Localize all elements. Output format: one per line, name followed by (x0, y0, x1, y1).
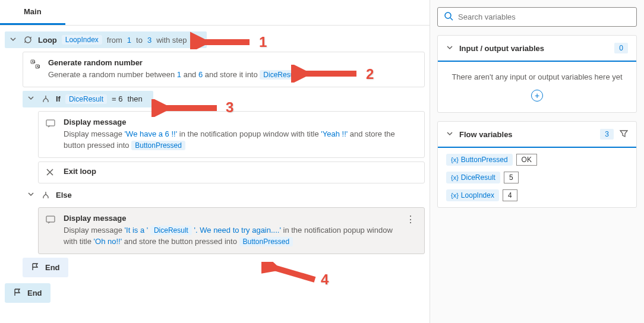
flow-variables-panel: Flow variables 3 {x}ButtonPressed OK {x}… (437, 121, 637, 208)
filter-icon[interactable] (620, 129, 628, 140)
flow-count: 3 (600, 129, 614, 140)
message-icon (46, 119, 56, 130)
flow-var-value: 5 (504, 172, 519, 183)
svg-text:A2: A2 (37, 65, 40, 68)
loop-text-from: from (107, 36, 122, 45)
loop-text-step: with step (156, 36, 187, 45)
flow-var-row: {x}DiceResult 5 (446, 172, 628, 183)
msg2-var2: ButtonPressed (239, 237, 293, 246)
message-icon (46, 215, 56, 226)
msg2-d1: Display message (64, 226, 125, 235)
search-variables[interactable] (437, 7, 637, 27)
chevron-down-icon (27, 94, 36, 103)
loop-label: Loop (38, 36, 57, 45)
msg1-q1: 'We have a 6 !!' (125, 129, 178, 138)
annotation-num-1: 1 (259, 34, 267, 50)
loop-icon (23, 35, 33, 45)
branch-icon (40, 191, 51, 200)
msg1-var: ButtonPressed (131, 141, 185, 150)
io-variables-panel: Input / output variables 0 There aren't … (437, 35, 637, 113)
step-else[interactable]: Else (23, 187, 77, 204)
flow-panel-header[interactable]: Flow variables 3 (438, 122, 636, 148)
msg1-d2: in the notification popup window with ti… (177, 129, 321, 138)
if-then: then (127, 94, 142, 103)
gen-desc-2: and (181, 70, 198, 79)
flow-var-row: {x}LoopIndex 4 (446, 189, 628, 201)
end-loop-label: End (27, 289, 42, 297)
msg2-title: Display message (64, 214, 396, 223)
msg2-q2: '. We need to try again....' (194, 226, 281, 235)
gen-min: 1 (177, 70, 181, 79)
add-io-variable[interactable]: + (531, 90, 543, 102)
step-loop[interactable]: Loop LoopIndex from 1 to 3 with step 1 (5, 31, 207, 48)
msg1-d1: Display message (64, 129, 125, 138)
flow-var-chip[interactable]: {x}LoopIndex (446, 189, 499, 201)
end-if-label: End (45, 263, 60, 272)
flow-var-value: OK (516, 154, 537, 166)
io-title: Input / output variables (459, 44, 608, 53)
if-var: DiceResult (65, 94, 107, 104)
msg1-title: Display message (64, 118, 417, 126)
flag-icon (31, 262, 40, 273)
branch-icon (40, 94, 51, 104)
chevron-down-icon (446, 44, 453, 53)
if-label: If (56, 94, 61, 103)
loop-text-to: to (136, 36, 143, 45)
flag-icon (13, 288, 23, 298)
chevron-down-icon (446, 130, 453, 139)
search-input[interactable] (458, 12, 630, 21)
end-loop[interactable]: End (5, 283, 50, 303)
exit-title: Exit loop (64, 167, 96, 176)
annotation-num-3: 3 (226, 99, 233, 116)
flow-var-row: {x}ButtonPressed OK (446, 154, 628, 166)
gen-title: Generate random number (48, 58, 417, 67)
end-if[interactable]: End (23, 258, 68, 277)
chevron-down-icon (27, 191, 36, 200)
svg-line-11 (450, 18, 453, 20)
svg-rect-4 (46, 120, 55, 126)
msg2-q3: 'Oh no!!' (94, 237, 122, 246)
msg2-q1: 'It is a ' (125, 226, 149, 235)
msg2-var1: DiceResult (150, 226, 192, 235)
exit-icon (46, 168, 56, 178)
svg-text:A1: A1 (32, 60, 36, 64)
if-operator: = 6 (112, 94, 122, 103)
flow-var-chip[interactable]: {x}ButtonPressed (446, 154, 513, 166)
gen-desc-1: Generate a random number between (48, 70, 177, 79)
step-display-msg-2[interactable]: Display message Display message 'It is a… (38, 207, 425, 254)
msg1-q2: 'Yeah !!' (321, 129, 348, 138)
tab-main[interactable]: Main (0, 0, 65, 25)
annotation-num-2: 2 (366, 66, 374, 83)
flow-var-chip[interactable]: {x}DiceResult (446, 172, 500, 183)
msg2-d3: and store the button pressed into (122, 237, 239, 246)
step-exit-loop[interactable]: Exit loop (38, 162, 425, 183)
step-if[interactable]: If DiceResult = 6 then (23, 91, 153, 107)
chevron-down-icon (10, 36, 18, 45)
flow-title: Flow variables (459, 130, 594, 139)
gen-result-var: DiceResult (260, 70, 301, 80)
step-generate-random[interactable]: A1A2 Generate random number Generate a r… (23, 52, 425, 87)
loop-step-value: 1 (191, 36, 195, 45)
else-label: Else (56, 191, 72, 200)
annotation-num-4: 4 (321, 271, 329, 288)
flow-var-value: 4 (503, 189, 517, 201)
io-panel-header[interactable]: Input / output variables 0 (438, 36, 636, 62)
io-empty-text: There aren't any input or output variabl… (446, 72, 628, 81)
loop-to-value: 3 (147, 36, 151, 45)
loop-index-var: LoopIndex (62, 35, 102, 45)
io-count: 0 (614, 43, 628, 53)
random-icon: A1A2 (30, 59, 41, 71)
loop-from-value: 1 (127, 36, 131, 45)
step-display-msg-1[interactable]: Display message Display message 'We have… (38, 111, 425, 158)
gen-desc-3: and store it into (203, 70, 260, 79)
search-icon (444, 11, 453, 23)
svg-point-10 (445, 12, 451, 18)
svg-rect-5 (46, 216, 55, 222)
more-actions[interactable]: ⋮ (403, 214, 417, 225)
